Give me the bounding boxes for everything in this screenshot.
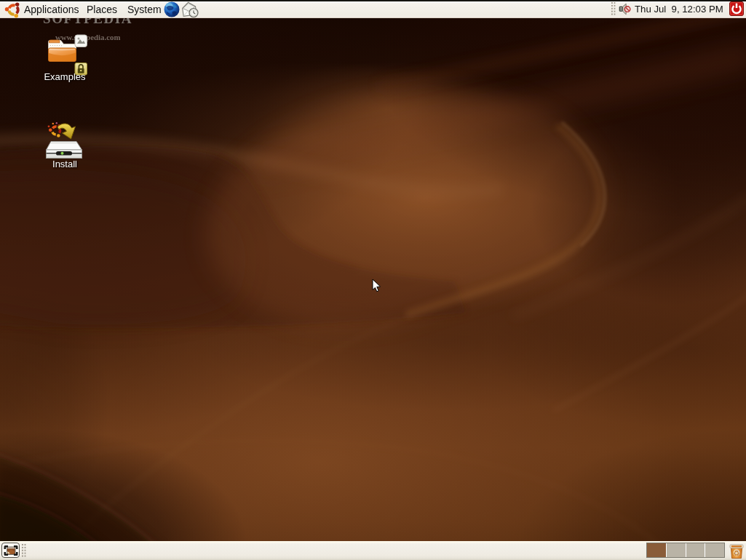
svg-text:♻: ♻ <box>734 549 740 557</box>
